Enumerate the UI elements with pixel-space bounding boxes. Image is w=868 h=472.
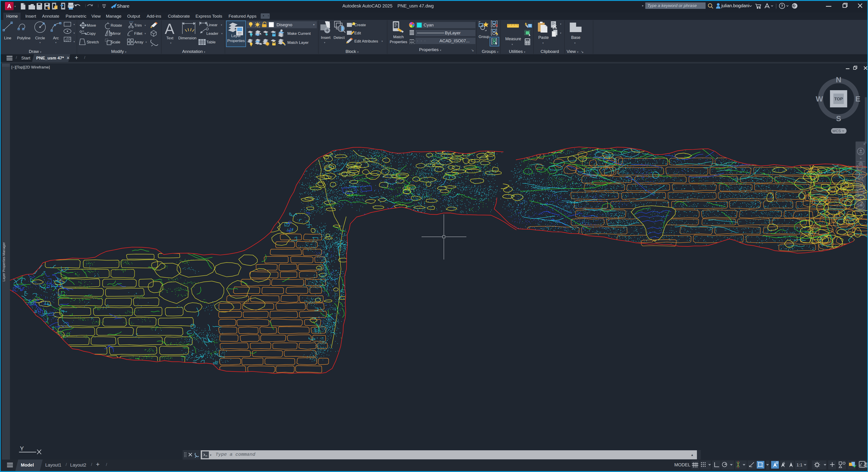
svg-text:▾: ▾ <box>324 41 326 44</box>
svg-text:Array: Array <box>134 40 144 44</box>
svg-text:S: S <box>836 114 841 123</box>
svg-text:Create: Create <box>354 23 366 27</box>
svg-text:▾: ▾ <box>221 32 223 35</box>
svg-text:▾: ▾ <box>39 41 41 44</box>
svg-text:▾: ▾ <box>145 32 146 35</box>
svg-text:Arc: Arc <box>53 36 59 40</box>
svg-text:Stretch: Stretch <box>87 40 99 44</box>
svg-text:Polyline: Polyline <box>17 36 31 40</box>
svg-text:▾: ▾ <box>574 42 576 44</box>
svg-text:Insert: Insert <box>321 35 331 40</box>
svg-text:Measure: Measure <box>505 37 521 41</box>
svg-text:▾: ▾ <box>73 32 75 34</box>
svg-text:1:1: 1:1 <box>797 463 802 467</box>
svg-text:Modify ▾: Modify ▾ <box>111 49 126 54</box>
svg-text:Mirror: Mirror <box>111 31 121 36</box>
svg-text:Fillet: Fillet <box>134 31 142 36</box>
svg-text:N: N <box>836 75 841 84</box>
svg-text:E: E <box>855 95 861 103</box>
svg-text:Circle: Circle <box>35 36 45 40</box>
svg-text:▾: ▾ <box>170 42 172 44</box>
svg-text:Scale: Scale <box>111 40 120 44</box>
svg-text:▾: ▾ <box>542 42 544 44</box>
svg-text:View ▾ ↘: View ▾ ↘ <box>567 49 584 54</box>
svg-text:Annotation ▾: Annotation ▾ <box>182 49 205 54</box>
svg-text:Linear: Linear <box>207 23 218 27</box>
svg-text:Dimension: Dimension <box>178 36 196 40</box>
svg-text:Table: Table <box>206 40 216 44</box>
svg-text:Draw ▾: Draw ▾ <box>29 49 41 54</box>
svg-text:Move: Move <box>87 23 96 28</box>
svg-text:Base: Base <box>571 35 580 40</box>
svg-text:▾: ▾ <box>381 40 383 42</box>
svg-text:▾: ▾ <box>145 24 146 27</box>
svg-text:▾: ▾ <box>73 23 75 26</box>
svg-text:Trim: Trim <box>134 23 142 28</box>
svg-text:▾: ▾ <box>560 23 561 25</box>
svg-text:Line: Line <box>4 36 11 40</box>
svg-text:W: W <box>816 95 823 103</box>
svg-text:Utilities ▾: Utilities ▾ <box>509 49 525 54</box>
svg-text:Y: Y <box>20 445 24 452</box>
svg-text:▾: ▾ <box>512 43 513 46</box>
svg-text:Rotate: Rotate <box>111 23 122 28</box>
svg-text:▾: ▾ <box>55 41 57 44</box>
svg-text:Leader: Leader <box>206 31 218 36</box>
svg-text:▾: ▾ <box>560 32 561 34</box>
svg-text:▾: ▾ <box>221 24 222 26</box>
svg-text:Clipboard: Clipboard <box>540 49 559 54</box>
svg-text:Copy: Copy <box>87 31 96 36</box>
svg-text:Block ▾: Block ▾ <box>345 49 359 54</box>
svg-text:▾: ▾ <box>73 40 75 43</box>
svg-text:Edit Attributes: Edit Attributes <box>354 39 378 43</box>
svg-text:?: ? <box>781 4 783 8</box>
svg-text:WCS: WCS <box>832 129 841 133</box>
svg-text:Group: Group <box>478 35 489 39</box>
svg-text:TOP: TOP <box>834 97 843 101</box>
svg-text:▾: ▾ <box>146 41 147 43</box>
svg-text:Edit: Edit <box>354 31 361 35</box>
svg-text:Detect: Detect <box>334 35 345 40</box>
svg-text:Groups ▾: Groups ▾ <box>482 49 498 54</box>
svg-text:Paste: Paste <box>538 35 549 40</box>
svg-text:Text: Text <box>166 36 173 40</box>
svg-text:A: A <box>165 21 175 37</box>
